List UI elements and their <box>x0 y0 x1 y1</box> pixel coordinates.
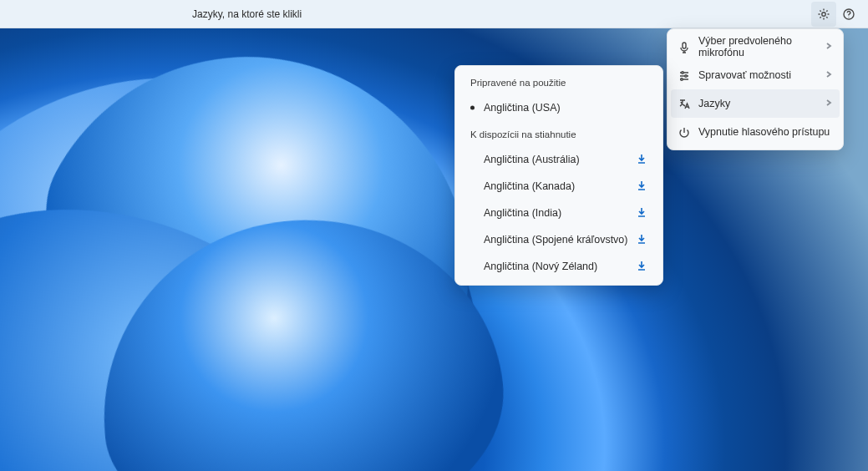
bullet-icon <box>470 106 475 110</box>
settings-item-label: Výber predvoleného mikrofónu <box>698 35 816 58</box>
download-icon[interactable] <box>636 206 647 220</box>
download-icon[interactable] <box>636 233 647 247</box>
language-item-label: Angličtina (Nový Zéland) <box>484 261 597 272</box>
language-item-label: Angličtina (Spojené kráľovstvo) <box>484 234 627 246</box>
language-download-item[interactable]: Angličtina (India) <box>460 200 657 226</box>
settings-item-sliders[interactable]: Spravovať možnosti <box>671 61 840 89</box>
settings-item-power[interactable]: Vypnutie hlasového prístupu <box>671 118 840 146</box>
topbar-title: Jazyky, na ktoré ste klikli <box>192 8 811 20</box>
download-icon[interactable] <box>636 153 647 167</box>
language-item-label: Angličtina (Austrália) <box>484 154 580 165</box>
section-download-label: K dispozícii na stiahnutie <box>460 121 657 146</box>
language-download-item[interactable]: Angličtina (Spojené kráľovstvo) <box>460 226 657 253</box>
download-icon[interactable] <box>636 180 647 194</box>
download-icon[interactable] <box>636 260 647 274</box>
sliders-icon <box>678 69 690 82</box>
chevron-right-icon <box>825 98 833 109</box>
settings-item-label: Jazyky <box>698 98 730 109</box>
language-item-label: Angličtina (USA) <box>484 102 561 114</box>
settings-item-label: Vypnutie hlasového prístupu <box>698 126 830 138</box>
power-icon <box>678 126 690 139</box>
language-item-label: Angličtina (India) <box>484 207 561 219</box>
language-download-item[interactable]: Angličtina (Kanada) <box>460 173 657 200</box>
language-icon <box>678 98 690 110</box>
language-ready-item[interactable]: Angličtina (USA) <box>460 94 657 121</box>
mic-icon <box>678 41 690 53</box>
settings-menu: Výber predvoleného mikrofónuSpravovať mo… <box>667 28 844 150</box>
settings-button[interactable] <box>811 2 836 27</box>
help-button[interactable] <box>836 2 861 27</box>
help-icon <box>842 8 855 21</box>
language-download-item[interactable]: Angličtina (Austrália) <box>460 146 657 173</box>
top-bar: Jazyky, na ktoré ste klikli <box>0 0 868 28</box>
gear-icon <box>817 8 830 21</box>
chevron-right-icon <box>825 41 833 53</box>
language-item-label: Angličtina (Kanada) <box>484 180 575 192</box>
section-ready-label: Pripravené na použitie <box>460 74 657 94</box>
language-download-item[interactable]: Angličtina (Nový Zéland) <box>460 253 657 280</box>
settings-item-mic[interactable]: Výber predvoleného mikrofónu <box>671 33 840 61</box>
languages-submenu: Pripravené na použitieAngličtina (USA)K … <box>454 65 663 286</box>
chevron-right-icon <box>825 69 833 81</box>
settings-item-label: Spravovať možnosti <box>698 69 791 81</box>
settings-item-language[interactable]: Jazyky <box>671 89 840 118</box>
